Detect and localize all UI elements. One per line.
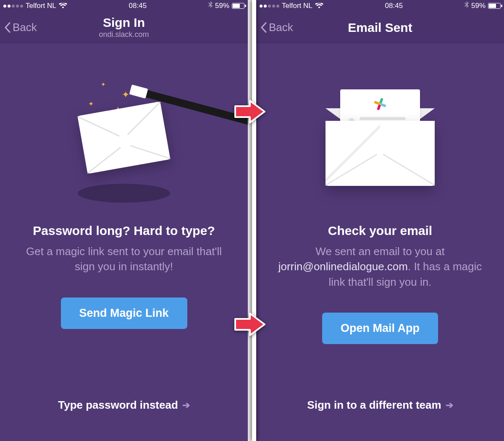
magic-link-illustration: ✦✦✦ ✦✦✦ ✦✦✦: [17, 68, 231, 207]
wifi-icon: [59, 3, 67, 9]
battery-pct-label: 59%: [471, 2, 486, 10]
slack-logo-icon: [373, 97, 387, 111]
flow-arrow-icon: [233, 99, 267, 125]
nav-bar: Back Email Sent: [256, 12, 504, 43]
clock-label: 08:45: [385, 2, 403, 10]
clock-label: 08:45: [129, 2, 147, 10]
status-bar: Telfort NL 08:45 59%: [0, 0, 248, 12]
screen-email-sent: Telfort NL 08:45 59% Back Email Sent: [256, 0, 504, 441]
back-label: Back: [269, 21, 293, 34]
svg-rect-2: [374, 101, 380, 105]
email-sent-illustration: [273, 68, 487, 207]
envelope-icon: [326, 121, 435, 186]
wifi-icon: [315, 3, 323, 9]
email-address: jorrin@onlinedialogue.com: [278, 260, 408, 273]
flow-arrow-icon: [233, 311, 267, 337]
screen-divider: [252, 0, 256, 441]
back-button[interactable]: Back: [260, 21, 293, 34]
chevron-left-icon: [260, 21, 267, 33]
footer-link-label: Type password instead: [58, 399, 178, 412]
open-mail-app-button[interactable]: Open Mail App: [322, 313, 438, 344]
subheading: We sent an email to you at jorrin@online…: [273, 244, 487, 290]
status-bar: Telfort NL 08:45 59%: [256, 0, 504, 12]
subheading: Get a magic link sent to your email that…: [17, 244, 231, 274]
arrow-right-icon: ➔: [446, 400, 453, 411]
page-title: Sign In: [99, 16, 149, 29]
signal-dots-icon: [3, 5, 23, 8]
heading: Check your email: [328, 224, 432, 238]
page-subtitle: ondi.slack.com: [99, 30, 149, 39]
carrier-label: Telfort NL: [26, 2, 56, 10]
arrow-right-icon: ➔: [182, 400, 190, 411]
nav-bar: Back Sign In ondi.slack.com: [0, 12, 248, 43]
carrier-label: Telfort NL: [282, 2, 312, 10]
signal-dots-icon: [260, 5, 279, 8]
type-password-link[interactable]: Type password instead ➔: [58, 399, 190, 428]
different-team-link[interactable]: Sign in to a different team ➔: [307, 399, 453, 428]
bluetooth-icon: [465, 1, 469, 11]
back-label: Back: [13, 21, 37, 34]
battery-icon: [488, 3, 501, 9]
battery-icon: [232, 3, 244, 9]
bluetooth-icon: [208, 1, 213, 11]
chevron-left-icon: [4, 21, 11, 33]
page-title: Email Sent: [348, 21, 412, 34]
back-button[interactable]: Back: [4, 21, 37, 34]
svg-rect-3: [380, 103, 386, 107]
send-magic-link-button[interactable]: Send Magic Link: [61, 297, 187, 329]
footer-link-label: Sign in to a different team: [307, 399, 441, 412]
battery-pct-label: 59%: [215, 2, 229, 10]
screen-sign-in: Telfort NL 08:45 59% Back Sign In: [0, 0, 248, 441]
heading: Password long? Hard to type?: [33, 224, 215, 238]
